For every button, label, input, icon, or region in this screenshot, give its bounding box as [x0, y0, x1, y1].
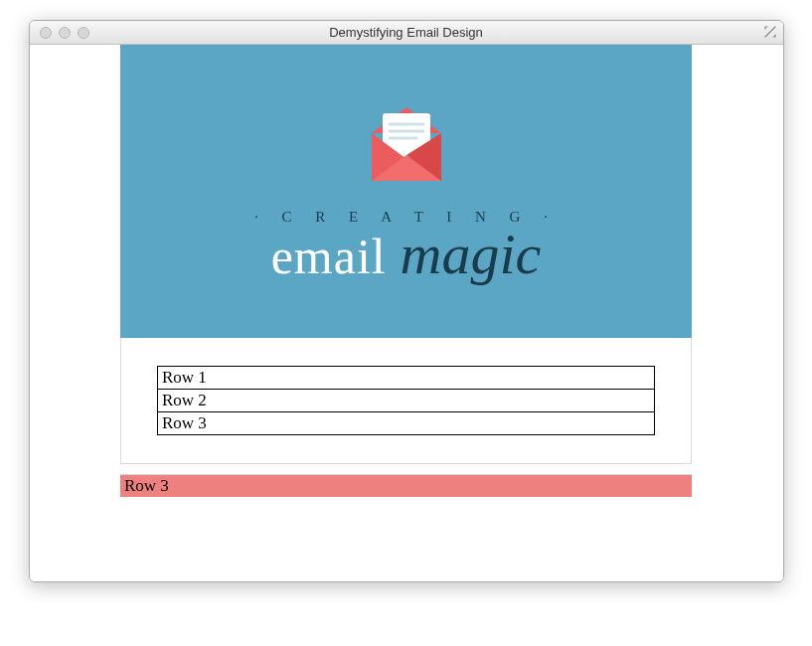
table-row: Row 1 [158, 367, 655, 390]
window-titlebar: Demystifying Email Design [30, 21, 783, 45]
hero-section: · C R E A T I N G · email magic [120, 45, 692, 338]
app-window: Demystifying Email Design [29, 20, 784, 582]
window-content: · C R E A T I N G · email magic Row 1 Ro… [30, 45, 783, 581]
table-cell: Row 2 [158, 390, 655, 412]
hero-title-word1: email [271, 229, 387, 284]
email-body: · C R E A T I N G · email magic Row 1 Ro… [120, 45, 692, 497]
hero-title: email magic [271, 226, 542, 283]
table-row: Row 2 [158, 390, 655, 412]
zoom-button[interactable] [78, 27, 89, 39]
envelope-icon [357, 99, 456, 189]
content-section: Row 1 Row 2 Row 3 [120, 338, 692, 464]
minimize-button[interactable] [59, 27, 71, 39]
footer-row: Row 3 [120, 474, 692, 497]
spacer [120, 464, 692, 474]
traffic-lights [30, 27, 89, 39]
table-cell: Row 3 [158, 412, 655, 435]
email-wrapper: · C R E A T I N G · email magic Row 1 Ro… [30, 45, 783, 497]
resize-icon[interactable] [763, 25, 777, 39]
table-row: Row 3 [158, 412, 655, 435]
hero-title-word2: magic [401, 222, 542, 286]
close-button[interactable] [40, 27, 52, 39]
content-table: Row 1 Row 2 Row 3 [157, 366, 655, 435]
window-title: Demystifying Email Design [30, 25, 783, 40]
table-cell: Row 1 [158, 367, 655, 390]
